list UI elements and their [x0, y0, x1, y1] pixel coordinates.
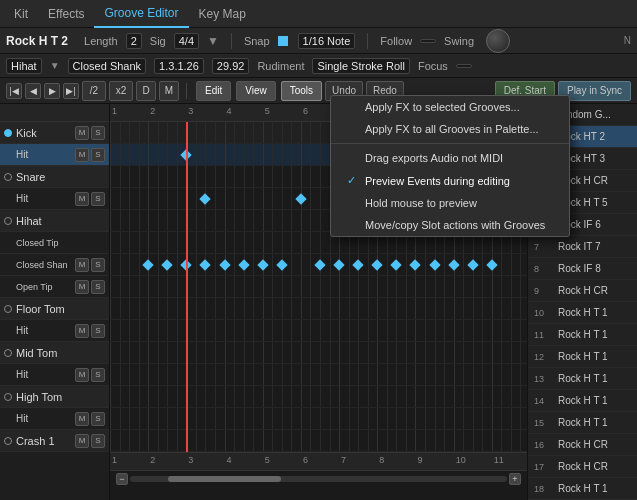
zoom-minus-btn[interactable]: −: [116, 473, 128, 485]
note-diamond[interactable]: [467, 259, 478, 270]
articulation-select[interactable]: Closed Shank: [68, 58, 147, 74]
nav-next-btn[interactable]: ▶: [44, 83, 60, 99]
context-menu-item-3[interactable]: Drag exports Audio not MIDI: [331, 147, 569, 169]
grid-beat-line: [310, 166, 311, 187]
tools-btn[interactable]: Tools: [281, 81, 322, 101]
crash-solo-btn[interactable]: S: [91, 434, 105, 448]
snap-value[interactable]: 1/16 Note: [298, 33, 356, 49]
groove-list-item-17[interactable]: 18Rock H T 1: [528, 478, 637, 500]
note-diamond[interactable]: [372, 259, 383, 270]
note-diamond[interactable]: [410, 259, 421, 270]
grid-row-6[interactable]: [110, 254, 527, 276]
crash-mute-btn[interactable]: M: [75, 434, 89, 448]
kick-mute-btn[interactable]: M: [75, 126, 89, 140]
kick-hit-mute-btn[interactable]: M: [75, 148, 89, 162]
instrument-select[interactable]: Hihat: [6, 58, 42, 74]
kick-hit-solo-btn[interactable]: S: [91, 148, 105, 162]
tool-x2-left[interactable]: /2: [82, 81, 106, 101]
grid-line: [415, 276, 416, 297]
grid-row-9[interactable]: [110, 320, 527, 342]
nav-end-btn[interactable]: ▶|: [63, 83, 79, 99]
grid-line: [110, 430, 111, 451]
note-diamond[interactable]: [429, 259, 440, 270]
grid-row-13[interactable]: [110, 408, 527, 430]
note-diamond[interactable]: [295, 193, 306, 204]
tab-key-map[interactable]: Key Map: [189, 0, 256, 28]
mid-mute-btn[interactable]: M: [75, 368, 89, 382]
view-btn[interactable]: View: [236, 81, 276, 101]
follow-value[interactable]: [420, 39, 436, 43]
context-menu-item-1[interactable]: Apply FX to all Grooves in Palette...: [331, 118, 569, 140]
note-diamond[interactable]: [276, 259, 287, 270]
floor-solo-btn[interactable]: S: [91, 324, 105, 338]
nav-prev-btn[interactable]: ◀: [25, 83, 41, 99]
note-diamond[interactable]: [143, 259, 154, 270]
context-menu-item-5[interactable]: Hold mouse to preview: [331, 192, 569, 214]
note-diamond[interactable]: [200, 259, 211, 270]
groove-list-item-12[interactable]: 13Rock H T 1: [528, 368, 637, 390]
context-menu-item-4[interactable]: ✓Preview Events during editing: [331, 169, 569, 192]
high-mute-btn[interactable]: M: [75, 412, 89, 426]
note-diamond[interactable]: [238, 259, 249, 270]
floor-mute-btn[interactable]: M: [75, 324, 89, 338]
groove-list-item-9[interactable]: 10Rock H T 1: [528, 302, 637, 324]
note-diamond[interactable]: [391, 259, 402, 270]
groove-list-item-14[interactable]: 15Rock H T 1: [528, 412, 637, 434]
groove-list-item-10[interactable]: 11Rock H T 1: [528, 324, 637, 346]
sig-value[interactable]: 4/4: [174, 33, 199, 49]
tool-D[interactable]: D: [136, 81, 156, 101]
note-diamond[interactable]: [353, 259, 364, 270]
context-menu-item-0[interactable]: Apply FX to selected Grooves...: [331, 96, 569, 118]
length-value[interactable]: 2: [126, 33, 142, 49]
grid-row-14[interactable]: [110, 430, 527, 452]
rudiment-value[interactable]: Single Stroke Roll: [312, 58, 409, 74]
note-diamond[interactable]: [448, 259, 459, 270]
groove-list-item-6[interactable]: 7Rock IT 7: [528, 236, 637, 258]
high-solo-btn[interactable]: S: [91, 412, 105, 426]
grid-beat-line: [349, 320, 350, 341]
tool-x2-right[interactable]: x2: [109, 81, 133, 101]
tab-kit[interactable]: Kit: [4, 0, 38, 28]
groove-list-item-8[interactable]: 9Rock H CR: [528, 280, 637, 302]
edit-btn[interactable]: Edit: [196, 81, 231, 101]
note-diamond[interactable]: [219, 259, 230, 270]
groove-list-item-16[interactable]: 17Rock H CR: [528, 456, 637, 478]
grid-row-7[interactable]: [110, 276, 527, 298]
open-tip-m-btn[interactable]: M: [75, 280, 89, 294]
context-menu-item-6[interactable]: Move/copy Slot actions with Grooves: [331, 214, 569, 236]
grid-beat-line: [167, 166, 168, 187]
snare-solo-btn[interactable]: S: [91, 192, 105, 206]
note-diamond[interactable]: [200, 193, 211, 204]
sig-dropdown-icon[interactable]: ▼: [207, 34, 219, 48]
scrollbar-thumb[interactable]: [168, 476, 281, 482]
scrollbar-track[interactable]: [130, 476, 507, 482]
note-diamond[interactable]: [486, 259, 497, 270]
note-diamond[interactable]: [162, 259, 173, 270]
zoom-plus-btn[interactable]: +: [509, 473, 521, 485]
tab-effects[interactable]: Effects: [38, 0, 94, 28]
grid-line: [339, 364, 340, 385]
mid-solo-btn[interactable]: S: [91, 368, 105, 382]
tab-groove-editor[interactable]: Groove Editor: [94, 0, 188, 28]
grid-row-11[interactable]: [110, 364, 527, 386]
groove-list-item-7[interactable]: 8Rock IF 8: [528, 258, 637, 280]
note-diamond[interactable]: [257, 259, 268, 270]
snare-mute-btn[interactable]: M: [75, 192, 89, 206]
focus-value[interactable]: [456, 64, 472, 68]
closed-shank-m-btn[interactable]: M: [75, 258, 89, 272]
note-diamond[interactable]: [314, 259, 325, 270]
closed-shank-s-btn[interactable]: S: [91, 258, 105, 272]
groove-list-item-15[interactable]: 16Rock H CR: [528, 434, 637, 456]
grid-row-12[interactable]: [110, 386, 527, 408]
groove-list-item-13[interactable]: 14Rock H T 1: [528, 390, 637, 412]
instrument-dropdown[interactable]: ▼: [50, 60, 60, 71]
open-tip-s-btn[interactable]: S: [91, 280, 105, 294]
groove-list-item-11[interactable]: 12Rock H T 1: [528, 346, 637, 368]
note-diamond[interactable]: [333, 259, 344, 270]
swing-knob[interactable]: [486, 29, 510, 53]
tool-M[interactable]: M: [159, 81, 179, 101]
nav-home-btn[interactable]: |◀: [6, 83, 22, 99]
kick-solo-btn[interactable]: S: [91, 126, 105, 140]
grid-row-10[interactable]: [110, 342, 527, 364]
grid-row-8[interactable]: [110, 298, 527, 320]
